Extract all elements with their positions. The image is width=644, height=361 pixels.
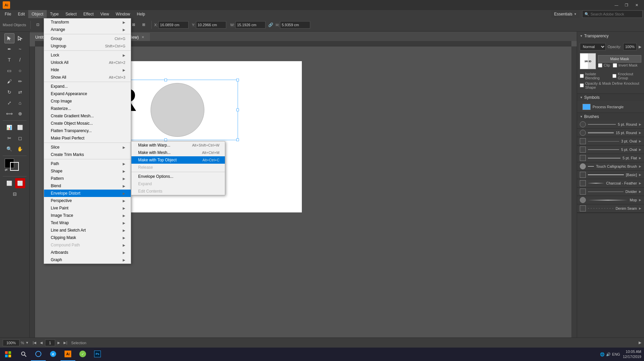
type-tool[interactable]: T: [4, 55, 14, 65]
page-input[interactable]: [45, 339, 55, 346]
brush-item-4[interactable]: 5 pt. Flat ▶: [577, 154, 644, 162]
submenu-release[interactable]: Release: [131, 164, 225, 171]
menu-show-all[interactable]: Show All Alt+Ctrl+3: [44, 74, 131, 81]
stroke-box[interactable]: [10, 162, 19, 171]
menu-shape[interactable]: Shape ▶: [44, 167, 131, 175]
taskbar-ie[interactable]: e: [46, 348, 61, 361]
brush-item-2[interactable]: 3 pt. Oval ▶: [577, 137, 644, 146]
symbols-header[interactable]: ▼ Symbols: [577, 94, 644, 101]
menu-clipping-mask[interactable]: Clipping Mask ▶: [44, 234, 131, 241]
brush-item-6[interactable]: [Basic] ▶: [577, 171, 644, 179]
slice-tool[interactable]: ✂: [4, 133, 14, 143]
first-page-btn[interactable]: |◀: [32, 340, 38, 346]
submenu-make-with-mesh[interactable]: Make with Mesh... Alt+Ctrl+M: [131, 149, 225, 156]
brush-item-9[interactable]: Mop ▶: [577, 196, 644, 204]
brush-item-1[interactable]: 15 pt. Round ▶: [577, 129, 644, 137]
menu-edit[interactable]: Edit: [14, 10, 28, 18]
blend-mode-select[interactable]: Normal: [580, 43, 606, 50]
fullscreen-mode-btn[interactable]: ⬜: [15, 178, 25, 188]
zoom-tool[interactable]: 🔍: [4, 144, 14, 154]
artboard-tool[interactable]: ⬜: [15, 122, 25, 132]
menu-text-wrap[interactable]: Text Wrap ▶: [44, 219, 131, 227]
isolate-blending-checkbox[interactable]: [580, 74, 584, 78]
menu-object[interactable]: Object: [28, 10, 47, 18]
paintbrush-tool[interactable]: 🖌: [4, 76, 14, 86]
opacity-expand-icon[interactable]: ▶: [639, 45, 641, 49]
brush-item-0[interactable]: 5 pt. Round ▶: [577, 120, 644, 129]
menu-blend[interactable]: Blend ▶: [44, 182, 131, 190]
brushes-header[interactable]: ▼ Brushes: [577, 113, 644, 120]
minimize-button[interactable]: —: [612, 0, 621, 10]
menu-unlock-all[interactable]: Unlock All Alt+Ctrl+2: [44, 59, 131, 66]
menu-rasterize[interactable]: Rasterize...: [44, 105, 131, 112]
menu-file[interactable]: File: [1, 10, 14, 18]
transparency-header[interactable]: ▼ Transparency: [577, 32, 644, 40]
menu-line-sketch-art[interactable]: Line and Sketch Art ▶: [44, 227, 131, 234]
taskbar-greenbtn[interactable]: ✓: [75, 348, 90, 361]
submenu-make-with-top-object[interactable]: Make with Top Object Alt+Ctrl+C: [131, 156, 225, 164]
opacity-mask-checkbox[interactable]: [580, 83, 584, 87]
submenu-expand[interactable]: Expand: [131, 180, 225, 188]
brush-item-5[interactable]: Touch Calligraphic Brush ▶: [577, 162, 644, 171]
opacity-input[interactable]: [623, 43, 637, 50]
menu-effect[interactable]: Effect: [80, 10, 97, 18]
normal-mode-btn[interactable]: ⬜: [4, 178, 14, 188]
taskbar-ai[interactable]: Ai: [61, 348, 75, 361]
dist-r-btn[interactable]: ⊞: [139, 20, 149, 30]
menu-image-trace[interactable]: Image Trace ▶: [44, 212, 131, 219]
menu-expand-appearance[interactable]: Expand Appearance: [44, 90, 131, 97]
width-tool[interactable]: ⟺: [4, 109, 14, 119]
zoom-dropdown[interactable]: ▼: [26, 341, 29, 345]
menu-window[interactable]: Window: [112, 10, 133, 18]
close-button[interactable]: ✕: [632, 0, 641, 10]
taskbar-ps[interactable]: Ps: [90, 348, 105, 361]
lock-aspect-btn[interactable]: 🔗: [268, 22, 274, 28]
pencil-tool[interactable]: ✏: [15, 76, 25, 86]
menu-group[interactable]: Group Ctrl+G: [44, 35, 131, 42]
h-input[interactable]: [280, 21, 310, 29]
hand-tool[interactable]: ✋: [15, 144, 25, 154]
last-page-btn[interactable]: ▶|: [63, 340, 69, 346]
menu-graph[interactable]: Graph ▶: [44, 256, 131, 264]
knockout-group-checkbox[interactable]: [612, 74, 616, 78]
menu-artboards[interactable]: Artboards ▶: [44, 249, 131, 256]
curvature-tool[interactable]: ~: [15, 44, 25, 54]
start-button[interactable]: [0, 348, 16, 361]
menu-expand[interactable]: Expand...: [44, 83, 131, 90]
align-left-btn[interactable]: ⊡: [33, 20, 43, 30]
reflect-tool[interactable]: ⇄: [15, 87, 25, 97]
menu-crop-image[interactable]: Crop Image: [44, 97, 131, 105]
invert-mask-checkbox[interactable]: [613, 63, 617, 68]
menu-ungroup[interactable]: Ungroup Shift+Ctrl+G: [44, 42, 131, 50]
submenu-edit-contents[interactable]: Edit Contents: [131, 188, 225, 195]
pen-tool[interactable]: ✒: [4, 44, 14, 54]
zoom-input[interactable]: [3, 339, 19, 346]
brush-item-10[interactable]: Denim Seam ▶: [577, 204, 644, 213]
menu-select[interactable]: Select: [62, 10, 80, 18]
menu-path[interactable]: Path ▶: [44, 160, 131, 167]
menu-transform[interactable]: Transform ▶: [44, 18, 131, 26]
rectangle-tool[interactable]: ▭: [4, 66, 14, 76]
taskbar-search[interactable]: [16, 348, 31, 361]
menu-arrange[interactable]: Arrange ▶: [44, 26, 131, 33]
direct-selection-tool[interactable]: [15, 33, 25, 43]
menu-type[interactable]: Type: [47, 10, 62, 18]
brush-item-8[interactable]: Divider ▶: [577, 188, 644, 196]
submenu-envelope-options[interactable]: Envelope Options...: [131, 173, 225, 180]
vertical-scrollbar[interactable]: [571, 46, 577, 346]
menu-live-paint[interactable]: Live Paint ▶: [44, 204, 131, 212]
menu-hide[interactable]: Hide ▶: [44, 66, 131, 74]
brush-item-7[interactable]: Charcoal - Feather ▶: [577, 179, 644, 188]
column-graph-tool[interactable]: 📊: [4, 122, 14, 132]
prev-page-btn[interactable]: ◀: [38, 340, 44, 346]
next-page-btn[interactable]: ▶: [56, 340, 62, 346]
menu-envelope-distort[interactable]: Envelope Distort ▶: [44, 190, 131, 197]
maximize-button[interactable]: ❐: [622, 0, 631, 10]
selection-tool[interactable]: [4, 33, 14, 43]
swap-icon[interactable]: ⇄: [5, 168, 7, 172]
menu-flatten-transparency[interactable]: Flatten Transparency...: [44, 127, 131, 134]
scale-tool[interactable]: ⤢: [4, 98, 14, 108]
menu-lock[interactable]: Lock ▶: [44, 51, 131, 59]
menu-perspective[interactable]: Perspective ▶: [44, 197, 131, 204]
tab-close-btn[interactable]: ✕: [142, 35, 144, 39]
